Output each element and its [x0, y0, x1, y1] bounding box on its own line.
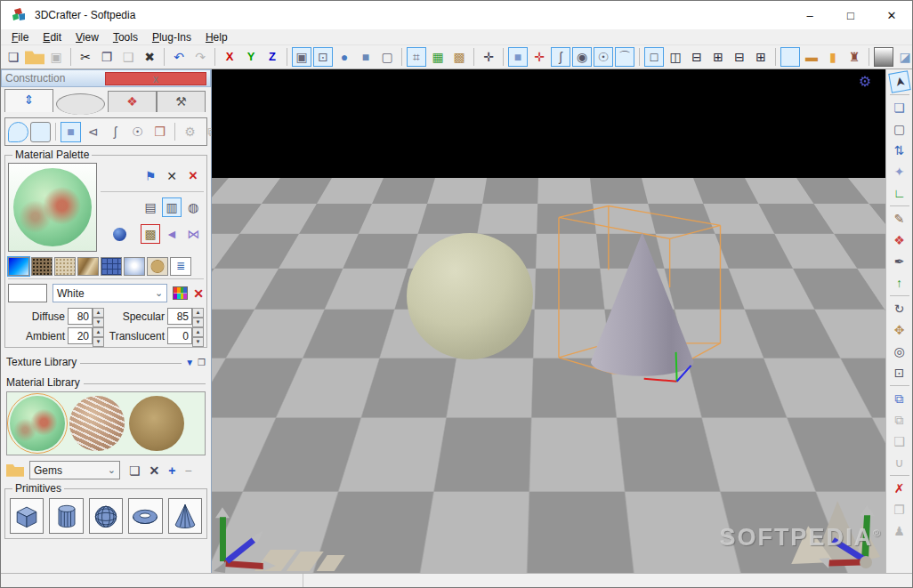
move-vertical-button[interactable]: ⇅	[890, 141, 909, 160]
tab-tools[interactable]: ⚒	[157, 91, 206, 112]
delete-button[interactable]: ✖	[140, 47, 159, 67]
translate-object-button[interactable]: ↑	[890, 273, 909, 293]
delete-library-button[interactable]: ✕	[149, 463, 160, 478]
menu-view[interactable]: View	[69, 30, 106, 44]
transparency-grid-button[interactable]	[780, 47, 800, 67]
menu-help[interactable]: Help	[198, 30, 235, 44]
zoom-button[interactable]: ◎	[890, 342, 909, 361]
delete-color-button[interactable]: ✕	[193, 286, 204, 301]
layout-two-horizontal-button[interactable]: ⊟	[687, 47, 707, 67]
construction-close-button[interactable]: x	[105, 72, 206, 85]
select-scene-button[interactable]: ▣	[292, 47, 311, 67]
flip-horizontal-button[interactable]: ◄	[162, 224, 182, 244]
texture-tile-button[interactable]: ▩	[141, 224, 160, 244]
scene-sphere[interactable]	[407, 233, 533, 359]
copy-button[interactable]: ❐	[97, 47, 117, 67]
primitive-cone-button[interactable]	[168, 498, 202, 534]
paint-brush-button[interactable]: ✎	[890, 209, 909, 229]
menu-plugins[interactable]: Plug-Ins	[145, 30, 198, 44]
rubiks-cube-button[interactable]: ▦	[428, 47, 448, 67]
group-objects-button[interactable]: ⧉	[890, 389, 909, 408]
menu-tools[interactable]: Tools	[106, 30, 145, 44]
lock-y-axis-button[interactable]: Y	[241, 47, 261, 67]
translucent-down-button[interactable]: ▼	[192, 337, 204, 347]
tab-navigate[interactable]: ⇕	[4, 89, 53, 112]
texture-stack-button[interactable]	[30, 122, 51, 142]
translucent-up-button[interactable]: ▲	[192, 327, 204, 337]
collapse-icon[interactable]: ▼	[185, 358, 194, 367]
texture-database-button[interactable]: ▥	[162, 197, 182, 217]
remove-material-button[interactable]: −	[184, 463, 191, 478]
background-image-button[interactable]: ◪	[895, 47, 912, 67]
cut-button[interactable]: ✂	[76, 47, 95, 67]
textured-cube-button[interactable]: ▩	[449, 47, 469, 67]
primitive-cylinder-button[interactable]	[49, 498, 83, 534]
swatch-brown-marble[interactable]	[77, 257, 99, 276]
uv-sphere-icon[interactable]	[113, 228, 126, 241]
texture-sphere-button[interactable]: ◍	[183, 197, 203, 217]
texture-layers-button[interactable]: ▤	[141, 197, 160, 217]
material-preview[interactable]	[8, 163, 97, 252]
color-dropdown[interactable]: White ⌄	[53, 284, 167, 302]
select-sphere-button[interactable]: ●	[335, 47, 354, 67]
component-path-button[interactable]: ⌒	[615, 47, 634, 67]
close-button[interactable]: ✕	[871, 1, 912, 29]
new-file-button[interactable]: ❏	[4, 47, 23, 67]
delete-material-button[interactable]: ✕	[183, 166, 203, 186]
eyedropper-button[interactable]: ✒	[890, 252, 909, 271]
material-green-marble[interactable]	[10, 396, 65, 451]
pan-hand-button[interactable]: ✥	[890, 320, 909, 340]
swatch-sand[interactable]	[54, 257, 76, 276]
swatch-coin[interactable]	[147, 257, 168, 276]
specular-up-button[interactable]: ▲	[192, 308, 204, 318]
fill-flag-button[interactable]: ⚑	[141, 166, 160, 186]
select-marquee-button[interactable]: ⌗	[407, 47, 426, 67]
component-axes-button[interactable]: ✛	[529, 47, 549, 67]
primitive-cube-button[interactable]	[10, 498, 44, 534]
maximize-button[interactable]: □	[830, 1, 871, 29]
layout-four-button[interactable]: ⊞	[708, 47, 728, 67]
specular-down-button[interactable]: ▼	[192, 318, 204, 327]
menu-file[interactable]: File	[4, 30, 36, 44]
swatch-blue-tiles[interactable]	[101, 257, 122, 276]
shade-gradient-button[interactable]	[874, 47, 893, 67]
photo-stack-button[interactable]: ❒	[149, 122, 170, 142]
orbit-view-button[interactable]: ↻	[890, 299, 909, 318]
add-material-button[interactable]: +	[168, 463, 175, 478]
swatch-blue-gradient[interactable]	[8, 257, 29, 276]
color-picker-icon[interactable]	[173, 286, 188, 300]
paint-fill-button[interactable]: ❖	[890, 230, 909, 250]
paint-palette-button[interactable]	[8, 122, 28, 142]
layout-three-bottom-button[interactable]: ⊟	[730, 47, 749, 67]
select-cursor-button[interactable]: ➤	[888, 70, 910, 93]
ambient-up-button[interactable]: ▲	[93, 327, 104, 337]
mirror-button[interactable]: ⋈	[183, 224, 203, 244]
select-marquee-button[interactable]: ▢	[890, 119, 909, 139]
layout-two-vertical-button[interactable]: ◫	[666, 47, 685, 67]
select-handles-button[interactable]: ❏	[890, 98, 909, 117]
category-dropdown[interactable]: Gems ⌄	[29, 461, 120, 479]
layout-single-button[interactable]: □	[644, 47, 664, 67]
diffuse-up-button[interactable]: ▲	[93, 308, 104, 318]
component-light-button[interactable]: ☉	[594, 47, 613, 67]
material-brown-marble[interactable]	[69, 396, 125, 451]
specular-value[interactable]: 85	[167, 308, 192, 325]
select-cube-button[interactable]: ■	[356, 47, 376, 67]
viewport-3d[interactable]: ⚙ SOFTPEDIA®	[212, 69, 885, 573]
current-color-swatch[interactable]	[8, 284, 47, 302]
new-library-button[interactable]: ❏	[129, 463, 141, 478]
ambient-down-button[interactable]: ▼	[93, 337, 104, 347]
test-truck-button[interactable]: ▬	[802, 47, 821, 67]
swatch-list[interactable]: ≣	[170, 257, 191, 276]
folder-icon[interactable]	[6, 463, 24, 478]
test-figure-button[interactable]: ♜	[844, 47, 864, 67]
primitive-torus-button[interactable]	[128, 498, 162, 534]
diffuse-down-button[interactable]: ▼	[93, 318, 104, 327]
diffuse-value[interactable]: 80	[68, 308, 93, 325]
bone-button[interactable]: ʃ	[105, 122, 125, 142]
translucent-value[interactable]: 0	[167, 327, 192, 344]
select-face-button[interactable]: ▢	[377, 47, 397, 67]
tag-button[interactable]: ⊲	[83, 122, 103, 142]
lock-x-axis-button[interactable]: X	[220, 47, 239, 67]
component-bone-button[interactable]: ʃ	[551, 47, 570, 67]
